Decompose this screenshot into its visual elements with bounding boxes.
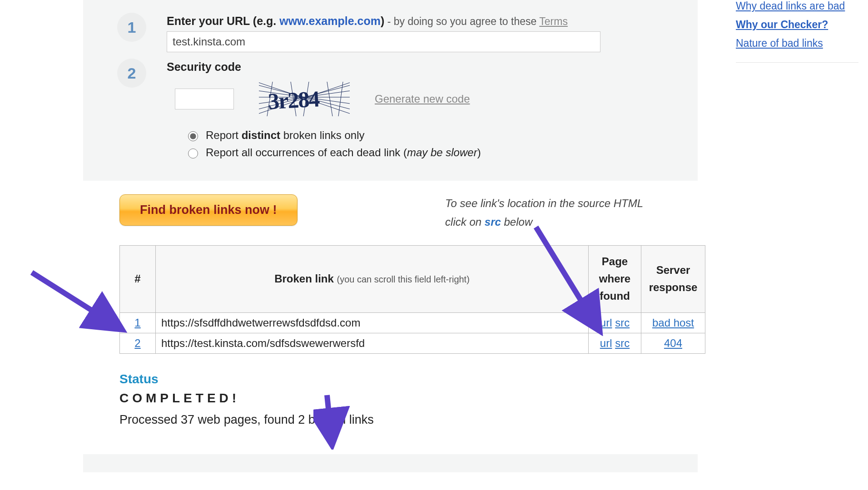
generate-code-link[interactable]: Generate new code bbox=[375, 93, 470, 105]
svg-line-10 bbox=[327, 82, 332, 116]
row-number-link[interactable]: 2 bbox=[134, 337, 140, 349]
security-code-input[interactable] bbox=[175, 89, 234, 109]
find-broken-links-button[interactable]: Find broken links now ! bbox=[119, 194, 298, 226]
form-area: 1 Enter your URL (e.g. www.example.com) … bbox=[83, 0, 698, 181]
svg-text:3r284: 3r284 bbox=[268, 86, 321, 114]
sidebar-link-nature[interactable]: Nature of bad links bbox=[736, 37, 858, 49]
captcha-image: 3r284 bbox=[259, 82, 350, 116]
step1-label: Enter your URL (e.g. www.example.com) - … bbox=[167, 15, 670, 28]
url-input[interactable] bbox=[167, 31, 600, 52]
sidebar-link-checker[interactable]: Why our Checker? bbox=[736, 19, 858, 31]
status-summary: Processed 37 web pages, found 2 broken l… bbox=[119, 413, 661, 427]
col-page-where-found: Page where found bbox=[589, 245, 641, 312]
broken-link-cell: https://test.kinsta.com/sdfsdswewerwersf… bbox=[156, 333, 589, 353]
step2-label: Security code bbox=[167, 60, 670, 74]
col-broken-link: Broken link (you can scroll this field l… bbox=[156, 245, 589, 312]
src-link[interactable]: src bbox=[615, 317, 630, 329]
results-table: # Broken link (you can scroll this field… bbox=[119, 245, 705, 354]
col-num: # bbox=[120, 245, 156, 312]
step-number-1: 1 bbox=[117, 13, 146, 42]
sidebar-divider bbox=[736, 62, 858, 63]
main-panel: 1 Enter your URL (e.g. www.example.com) … bbox=[83, 0, 698, 472]
src-link[interactable]: src bbox=[615, 337, 630, 349]
radio-distinct[interactable]: Report distinct broken links only bbox=[186, 129, 670, 142]
radio-all-input[interactable] bbox=[188, 148, 198, 158]
url-link[interactable]: url bbox=[600, 337, 612, 349]
broken-link-cell: https://sfsdffdhdwetwerrewsfdsdfdsd.com bbox=[156, 312, 589, 333]
status-completed: COMPLETED! bbox=[119, 391, 661, 406]
table-row: 1 https://sfsdffdhdwetwerrewsfdsdfdsd.co… bbox=[120, 312, 705, 333]
response-link[interactable]: 404 bbox=[664, 337, 682, 349]
step-1: 1 Enter your URL (e.g. www.example.com) … bbox=[83, 15, 698, 52]
radio-distinct-input[interactable] bbox=[188, 131, 198, 141]
sidebar-link-deadlinks[interactable]: Why dead links are bad bbox=[736, 0, 858, 12]
response-link[interactable]: bad host bbox=[652, 317, 694, 329]
table-row: 2 https://test.kinsta.com/sdfsdswewerwer… bbox=[120, 333, 705, 353]
hint-text: To see link's location in the source HTM… bbox=[445, 194, 661, 232]
terms-link[interactable]: Terms bbox=[539, 15, 568, 27]
step-2: 2 Security code bbox=[83, 60, 698, 159]
col-server-response: Server response bbox=[641, 245, 705, 312]
radio-all[interactable]: Report all occurrences of each dead link… bbox=[186, 146, 670, 159]
sidebar: Why dead links are bad Why our Checker? … bbox=[736, 0, 858, 66]
url-link[interactable]: url bbox=[600, 317, 612, 329]
status-label: Status bbox=[119, 372, 661, 386]
row-number-link[interactable]: 1 bbox=[134, 317, 140, 329]
step-number-2: 2 bbox=[117, 59, 146, 88]
results-area: Find broken links now ! To see link's lo… bbox=[83, 181, 698, 454]
